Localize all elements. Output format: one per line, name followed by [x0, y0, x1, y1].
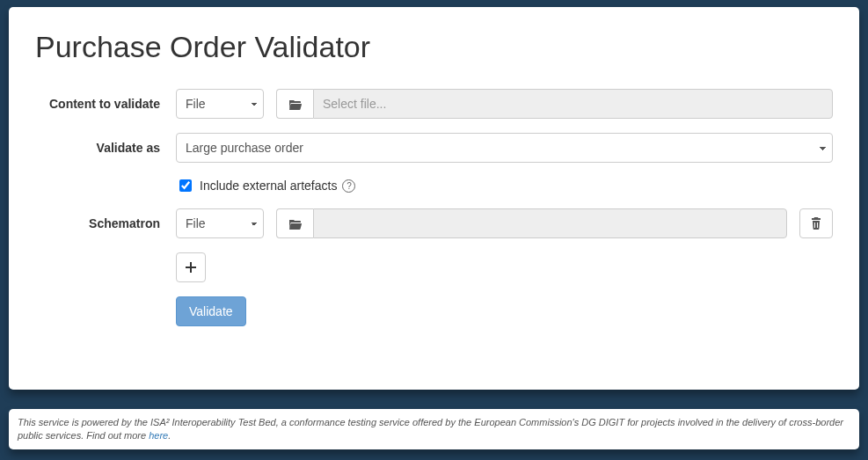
footer-link[interactable]: here	[149, 430, 168, 441]
help-icon[interactable]: ?	[342, 179, 355, 193]
folder-open-icon	[288, 99, 303, 110]
footer-suffix: .	[168, 430, 171, 441]
content-source-select[interactable]: File	[176, 89, 264, 119]
schematron-browse-button[interactable]	[276, 208, 313, 238]
plus-icon	[186, 262, 196, 273]
page-title: Purchase Order Validator	[35, 30, 833, 64]
row-include-external: Include external artefacts ?	[176, 177, 833, 194]
validate-as-select[interactable]: Large purchase order	[176, 133, 833, 163]
footer-text: This service is powered by the ISA² Inte…	[18, 417, 843, 441]
row-validate-as: Validate as Large purchase order	[35, 133, 833, 163]
footer-card: This service is powered by the ISA² Inte…	[9, 409, 859, 449]
row-content-to-validate: Content to validate File	[35, 89, 833, 119]
schematron-file-input-group	[276, 208, 787, 238]
content-browse-button[interactable]	[276, 89, 313, 119]
row-submit: Validate	[35, 296, 833, 326]
folder-open-icon	[288, 218, 303, 230]
validate-button[interactable]: Validate	[176, 296, 246, 326]
row-schematron: Schematron File	[35, 208, 833, 238]
label-validate-as: Validate as	[35, 141, 176, 155]
content-file-input-group	[276, 89, 833, 119]
schematron-file-input[interactable]	[313, 208, 787, 238]
row-add	[35, 252, 833, 282]
label-include-external: Include external artefacts	[200, 179, 337, 193]
validator-card: Purchase Order Validator Content to vali…	[9, 7, 859, 390]
label-content-to-validate: Content to validate	[35, 97, 176, 111]
schematron-delete-button[interactable]	[799, 208, 833, 238]
include-external-checkbox[interactable]	[179, 179, 192, 192]
schematron-source-select[interactable]: File	[176, 208, 264, 238]
add-row-button[interactable]	[176, 252, 206, 282]
trash-icon	[811, 217, 821, 230]
content-file-input[interactable]	[313, 89, 833, 119]
label-schematron: Schematron	[35, 216, 176, 230]
